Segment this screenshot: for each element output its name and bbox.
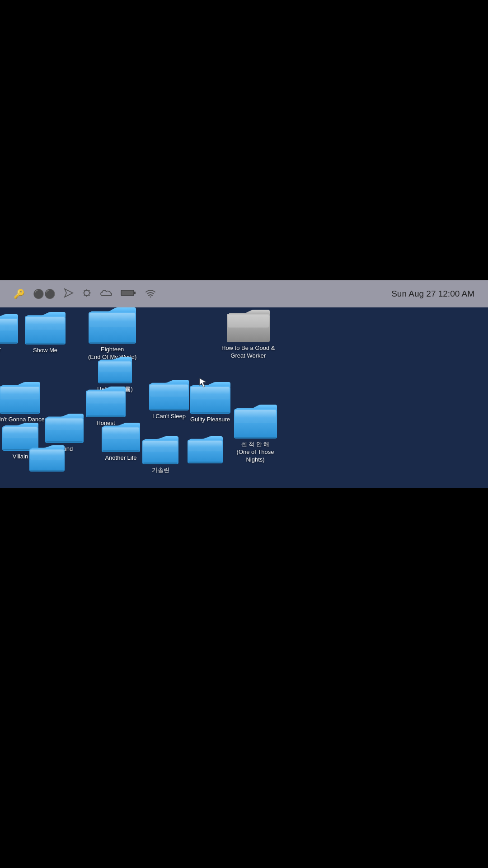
- blue-folder-icon-0: [0, 314, 18, 344]
- folder-label-6: Villain: [13, 453, 28, 461]
- blue-folder-icon-12: [142, 436, 178, 464]
- cloud-icon: [100, 288, 113, 300]
- dots-icon: ⚫⚫: [33, 288, 56, 299]
- menubar: 🔑 ⚫⚫: [0, 280, 488, 307]
- svg-rect-30: [3, 427, 38, 438]
- svg-rect-9: [121, 290, 134, 296]
- svg-rect-14: [0, 342, 17, 343]
- folder-label-11: Guilty Pleasure: [190, 416, 230, 424]
- svg-rect-45: [191, 387, 230, 399]
- folder-label-10: I Can't Sleep: [152, 413, 186, 420]
- svg-rect-13: [0, 319, 17, 330]
- svg-rect-36: [87, 392, 125, 404]
- blue-folder-icon-1: [25, 312, 66, 344]
- menubar-right: Sun Aug 27 12:00 AM: [391, 289, 474, 299]
- top-black-area: [0, 0, 488, 280]
- svg-rect-16: [26, 317, 65, 330]
- folder-label-15: 센 척 안 해 (One of Those Nights): [228, 441, 282, 464]
- svg-rect-49: [143, 462, 178, 464]
- blue-folder-icon-5: [0, 382, 40, 414]
- gray-folder-icon-4: [227, 310, 270, 342]
- menubar-left-icons: 🔑 ⚫⚫: [14, 288, 156, 300]
- svg-rect-54: [30, 450, 64, 460]
- blue-folder-icon-7: [45, 414, 84, 443]
- folder-label-1: Show Me: [33, 347, 57, 354]
- key-icon: 🔑: [14, 288, 25, 299]
- svg-line-8: [89, 290, 90, 291]
- folder-label-12: 가솔린: [152, 467, 169, 474]
- blue-folder-icon-8: [86, 387, 126, 417]
- svg-rect-43: [150, 409, 188, 410]
- folder-item-2[interactable]: Eighteen (End Of My World): [88, 307, 136, 361]
- svg-rect-37: [87, 415, 125, 417]
- folder-label-9: Another Life: [105, 454, 136, 462]
- blue-folder-icon-11: [190, 382, 230, 414]
- folder-item-14[interactable]: [29, 445, 65, 474]
- folder-item-10[interactable]: I Can't Sleep: [149, 380, 189, 420]
- blue-folder-icon-10: [149, 380, 189, 410]
- svg-line-6: [89, 295, 90, 296]
- folder-item-13[interactable]: [188, 436, 223, 466]
- svg-point-11: [150, 296, 151, 297]
- blue-folder-icon-3: [98, 357, 132, 383]
- folder-label-0: r: [0, 346, 1, 354]
- svg-point-0: [84, 290, 89, 296]
- svg-rect-34: [46, 441, 83, 443]
- svg-rect-48: [143, 441, 178, 452]
- svg-rect-10: [134, 292, 136, 294]
- svg-rect-58: [235, 437, 276, 438]
- svg-rect-20: [89, 342, 135, 343]
- clock-icon: [82, 288, 92, 300]
- menubar-datetime: Sun Aug 27 12:00 AM: [391, 289, 474, 299]
- svg-rect-22: [99, 362, 131, 372]
- wifi-icon: [145, 288, 156, 300]
- svg-rect-19: [89, 313, 135, 327]
- svg-rect-33: [46, 418, 83, 429]
- folder-item-11[interactable]: Guilty Pleasure: [190, 382, 230, 424]
- folder-item-1[interactable]: Show Me: [25, 312, 66, 354]
- svg-rect-23: [99, 382, 131, 383]
- folder-item-5[interactable]: Ain't Gonna Dance: [0, 382, 45, 424]
- blue-folder-icon-2: [89, 307, 136, 344]
- svg-rect-57: [235, 410, 276, 423]
- folder-item-12[interactable]: 가솔린: [142, 436, 178, 474]
- folder-item-15[interactable]: 센 척 안 해 (One of Those Nights): [228, 405, 282, 464]
- bottom-black-area: [0, 488, 488, 868]
- svg-rect-39: [103, 427, 139, 439]
- svg-rect-17: [26, 343, 65, 344]
- svg-rect-46: [191, 412, 230, 413]
- svg-line-5: [84, 290, 85, 291]
- desktop[interactable]: r Show Me: [0, 307, 488, 488]
- blue-folder-icon-13: [188, 436, 223, 463]
- folder-item-4[interactable]: How to Be a Good & Great Worker: [221, 310, 275, 360]
- svg-line-7: [84, 295, 85, 296]
- svg-rect-40: [103, 450, 139, 452]
- blue-folder-icon-14: [29, 445, 65, 472]
- folder-item-0[interactable]: r: [0, 314, 18, 354]
- svg-rect-28: [0, 412, 39, 413]
- blue-folder-icon-15: [234, 405, 277, 439]
- folder-item-9[interactable]: Another Life: [102, 423, 140, 462]
- svg-rect-27: [0, 387, 39, 399]
- svg-rect-42: [150, 385, 188, 397]
- send-icon: [64, 288, 74, 300]
- battery-icon: [121, 289, 137, 299]
- svg-rect-25: [228, 315, 269, 327]
- svg-rect-55: [30, 470, 64, 471]
- svg-rect-51: [188, 441, 222, 451]
- folder-item-8[interactable]: Honest: [86, 387, 126, 427]
- svg-rect-52: [188, 462, 222, 463]
- blue-folder-icon-9: [102, 423, 140, 452]
- folder-label-4: How to Be a Good & Great Worker: [221, 344, 275, 360]
